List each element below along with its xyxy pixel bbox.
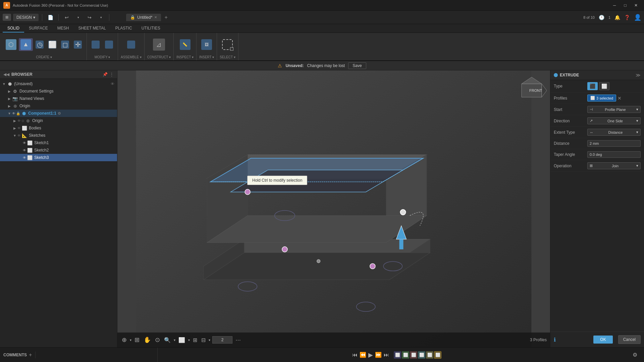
type-icon-solid[interactable]: ⬛: [587, 82, 598, 90]
visibility-icon[interactable]: 👁: [111, 82, 114, 86]
panel-expand-icon[interactable]: ≫: [636, 72, 641, 78]
tree-item-bodies[interactable]: ▶ 👁 ⬜ Bodies: [0, 124, 117, 132]
tab-sheet-metal[interactable]: SHEET METAL: [73, 24, 110, 33]
nav-cube[interactable]: FRONT: [517, 74, 547, 104]
timeline-icon-1[interactable]: ⬜: [394, 351, 401, 359]
last-frame-button[interactable]: ⏭: [384, 352, 389, 358]
modify-button-1[interactable]: [90, 40, 102, 50]
tree-item-component1[interactable]: ▼ 👁 🔒 ⬢ Component1:1 ⚙: [0, 110, 117, 117]
display-mode-button[interactable]: ⬜: [177, 336, 186, 344]
type-icon-surface[interactable]: ⬜: [599, 82, 609, 90]
undo-button[interactable]: ↩: [62, 13, 71, 22]
tree-item-c-origin[interactable]: ▶ 👁 ⊙ ⊕ Origin: [0, 117, 117, 124]
redo-button[interactable]: ↪: [85, 13, 94, 22]
tab-surface[interactable]: SURFACE: [24, 24, 53, 33]
app-grid-button[interactable]: ⊞: [3, 14, 11, 21]
loft-button[interactable]: ◻: [59, 40, 71, 50]
display-dropdown[interactable]: ▾: [188, 338, 190, 342]
modify-button-2[interactable]: [103, 40, 115, 50]
distance-input[interactable]: [212, 336, 232, 344]
save-button[interactable]: Save: [348, 62, 366, 69]
settings-button[interactable]: ⚙: [633, 352, 637, 358]
browser-collapse-icon[interactable]: ◀◀: [3, 72, 9, 77]
notification-count: 1: [608, 15, 610, 19]
visibility-icon[interactable]: 👁: [23, 141, 26, 145]
start-text: Profile Plane: [605, 108, 626, 112]
help-icon[interactable]: ❓: [624, 15, 630, 20]
redo-dropdown[interactable]: ▾: [96, 13, 106, 22]
direction-select[interactable]: ↗ One Side ▾: [587, 117, 641, 124]
timeline-icon-5[interactable]: ⬜: [426, 351, 433, 359]
zoom-dropdown[interactable]: ▾: [174, 338, 175, 342]
current-tab[interactable]: 🔒 Untitled* ✕: [126, 14, 161, 21]
tree-item-sketch1[interactable]: ▶ 👁 ⬜ Sketch1: [0, 139, 117, 146]
design-dropdown[interactable]: DESIGN ▾: [13, 14, 39, 21]
tree-item-origin[interactable]: ▶ ⊕ Origin: [0, 102, 117, 110]
render-mode-button[interactable]: ⊟: [200, 336, 207, 344]
first-frame-button[interactable]: ⏮: [352, 352, 358, 358]
tab-mesh[interactable]: MESH: [53, 24, 74, 33]
component-settings-icon[interactable]: ⚙: [58, 111, 61, 116]
visibility-icon[interactable]: 👁: [17, 126, 21, 130]
minimize-button[interactable]: ─: [610, 2, 619, 9]
timeline-icon-4[interactable]: ⬜: [418, 351, 425, 359]
timeline-icon-6[interactable]: ⬜: [434, 351, 441, 359]
cancel-button[interactable]: Cancel: [618, 335, 641, 344]
visibility-icon[interactable]: 👁: [17, 134, 21, 137]
taper-angle-field[interactable]: [587, 151, 641, 158]
info-button[interactable]: ℹ: [554, 337, 556, 343]
visibility-icon[interactable]: 👁: [23, 148, 26, 152]
grid-icon-button[interactable]: ⊞: [133, 335, 141, 345]
tab-utilities[interactable]: UTILITIES: [137, 24, 165, 33]
browser-pin-icon[interactable]: 📌: [103, 72, 108, 77]
snap-icon-button[interactable]: ⊕: [121, 335, 128, 345]
add-comment-icon[interactable]: +: [29, 352, 32, 358]
extrude-button[interactable]: ▲: [19, 38, 33, 51]
prev-frame-button[interactable]: ⏪: [360, 352, 366, 358]
viewport[interactable]: Hold Ctrl to modify selection FRONT ⊕ ▾ …: [117, 70, 550, 347]
maximize-button[interactable]: □: [621, 2, 630, 9]
extent-type-select[interactable]: ↔ Distance ▾: [587, 129, 641, 136]
zoom-icon-button[interactable]: 🔍: [163, 336, 172, 344]
tree-item-root[interactable]: ▼ ⬢ (Unsaved) 👁: [0, 80, 117, 87]
tree-item-sketch2[interactable]: ▶ 👁 ⬜ Sketch2: [0, 146, 117, 154]
distance-field[interactable]: [587, 140, 641, 147]
tab-close-button[interactable]: ✕: [154, 15, 157, 19]
timeline-icons: ⬜ ⬜ ⬜ ⬜ ⬜ ⬜: [394, 351, 441, 359]
visibility-icon[interactable]: 👁: [12, 112, 15, 115]
profile-icon[interactable]: 👤: [634, 14, 641, 21]
snap-dropdown[interactable]: ▾: [130, 338, 131, 342]
close-button[interactable]: ✕: [631, 2, 641, 9]
visibility-icon[interactable]: 👁: [17, 119, 21, 123]
revolve-button[interactable]: ◷: [34, 40, 46, 50]
visibility-icon[interactable]: 👁: [23, 156, 26, 160]
start-select[interactable]: ⊣ Profile Plane ▾: [587, 106, 641, 113]
tree-item-sketches[interactable]: ▼ 👁 📐 Sketches: [0, 132, 117, 139]
tab-solid[interactable]: SOLID: [3, 24, 24, 33]
undo-dropdown[interactable]: ▾: [73, 13, 83, 22]
tree-item-sketch3[interactable]: ▶ 👁 ⬜ Sketch3: [0, 154, 117, 161]
operation-select[interactable]: ⊞ Join ▾: [587, 162, 641, 169]
tree-item-doc-settings[interactable]: ▶ ⚙ Document Settings: [0, 87, 117, 95]
more-options-button[interactable]: ⋯: [234, 336, 242, 344]
orbit-icon-button[interactable]: ⊙: [154, 335, 161, 345]
render-dropdown[interactable]: ▾: [209, 338, 210, 342]
file-button[interactable]: 📄: [46, 13, 55, 22]
move-button[interactable]: ✛: [72, 40, 84, 50]
sweep-button[interactable]: ⬜: [46, 40, 58, 50]
profiles-select[interactable]: ⬜ 3 selected: [587, 95, 616, 102]
browser-more-icon[interactable]: ⋮: [110, 72, 114, 77]
tree-item-named-views[interactable]: ▶ 📷 Named Views: [0, 95, 117, 102]
create-new-component-button[interactable]: ⬡: [4, 38, 18, 51]
tab-plastic[interactable]: PLASTIC: [111, 24, 137, 33]
grid-display-button[interactable]: ⊞: [192, 336, 198, 344]
timeline-icon-3[interactable]: ⬜: [410, 351, 417, 359]
bell-icon[interactable]: 🔔: [614, 15, 620, 20]
timeline-icon-2[interactable]: ⬜: [402, 351, 409, 359]
play-button[interactable]: ▶: [368, 351, 373, 359]
ok-button[interactable]: OK: [593, 336, 612, 344]
new-tab-button[interactable]: +: [164, 14, 167, 20]
profiles-clear-button[interactable]: ✕: [618, 96, 622, 101]
pan-icon-button[interactable]: ✋: [143, 335, 152, 345]
next-frame-button[interactable]: ⏩: [375, 352, 382, 358]
